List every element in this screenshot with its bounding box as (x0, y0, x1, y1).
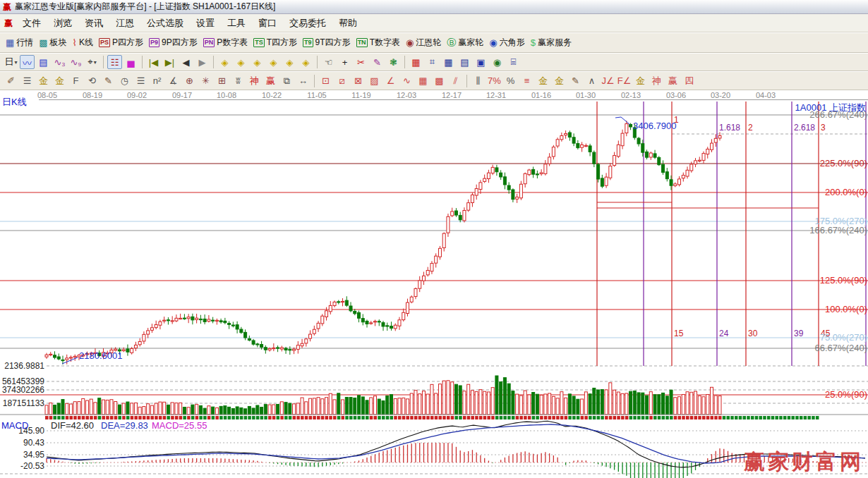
rect-box-tool[interactable]: ⊡ (318, 74, 333, 88)
t-table-button[interactable]: TNT数字表 (356, 37, 400, 49)
t-square-button[interactable]: TST四方形 (253, 37, 297, 49)
color-histogram-button[interactable]: ▅ (123, 55, 138, 69)
grid-123-tool[interactable]: ⧉ (279, 74, 294, 88)
menu-item[interactable]: 窗口 (252, 15, 283, 32)
spiral-tool[interactable]: ⟲ (85, 74, 100, 88)
p-table-button[interactable]: PNP数字表 (203, 37, 248, 49)
data-table-button[interactable]: ▦ (441, 55, 456, 69)
diamond-expand-button[interactable]: ◈ (250, 55, 265, 69)
crosshair-button[interactable]: + (337, 55, 352, 69)
trend-ribbon-tick (658, 416, 661, 419)
drag-hand-button[interactable]: ☜ (321, 55, 336, 69)
p-square-button[interactable]: PSP四方形 (99, 37, 143, 49)
si-angle-tool[interactable]: 四 (682, 74, 697, 88)
circle-cross-tool[interactable]: ⊕ (182, 74, 197, 88)
period-day-button[interactable]: 日 (4, 55, 18, 69)
gold-grid-1-tool[interactable]: 金 (36, 74, 51, 88)
angle-fan-tool[interactable]: ∠ (383, 74, 398, 88)
hexagon-button[interactable]: ◉六角形 (489, 37, 524, 49)
wave-count-9-button[interactable]: ∿₉ (68, 55, 83, 69)
candle (301, 343, 303, 345)
j-angle-tool[interactable]: J∠ (601, 74, 615, 88)
next-page-button[interactable]: ▶ (195, 55, 210, 69)
diamond-left-button[interactable]: ◈ (217, 55, 232, 69)
menu-item[interactable]: 公式选股 (140, 15, 190, 32)
menu-item[interactable]: 帮助 (332, 15, 363, 32)
first-page-button[interactable]: |◀ (146, 55, 161, 69)
gold-angle-tool[interactable]: 金 (633, 74, 648, 88)
box-grid-tool[interactable]: ▨ (367, 74, 382, 88)
info-list-button[interactable]: ▤ (36, 55, 51, 69)
box-fan-tool[interactable]: ⊠ (351, 74, 366, 88)
edit-mark-button[interactable]: ✎ (370, 55, 385, 69)
calendar-button[interactable]: ▦ (409, 55, 423, 69)
wave-count-3-button[interactable]: ∿₃ (52, 55, 67, 69)
save-net-button[interactable]: ◉ (490, 55, 505, 69)
percent-tool[interactable]: % (503, 74, 518, 88)
last-page-button[interactable]: ▶| (162, 55, 177, 69)
wheel-small-tool[interactable]: ✳ (198, 74, 213, 88)
fan-lines-tool[interactable]: ⧄ (334, 74, 349, 88)
h-measure-tool[interactable]: ↔ (296, 74, 311, 88)
smart-tool-button[interactable]: ❃ (386, 55, 401, 69)
pin-tool-button[interactable]: ⌖ (85, 55, 100, 69)
menu-item[interactable]: 设置 (190, 15, 221, 32)
ying-tool-tool[interactable]: 赢 (263, 74, 278, 88)
child-window-icon[interactable]: 赢 (4, 18, 13, 28)
f-angle-tool[interactable]: F∠ (617, 74, 632, 88)
percent-7-tool[interactable]: 7% (487, 74, 502, 88)
9t-square-button[interactable]: T99T四方形 (303, 37, 351, 49)
kline-button[interactable]: ⌇K线 (73, 37, 93, 49)
diamond-compress-button[interactable]: ◈ (266, 55, 281, 69)
n-square-tool[interactable]: n² (150, 74, 164, 88)
menu-item[interactable]: 文件 (16, 15, 47, 32)
percent-lines-tool[interactable]: ≡ (519, 74, 534, 88)
menu-item[interactable]: 江恩 (109, 15, 140, 32)
quote-report-button[interactable]: ▤ (457, 55, 472, 69)
gann-shape-button[interactable]: ☷ (107, 55, 122, 69)
time-circle-tool[interactable]: ◷ (117, 74, 132, 88)
a-wave-tool[interactable]: ∧ (584, 74, 599, 88)
quotes-button[interactable]: ▦行情 (6, 37, 33, 49)
shen-angle-tool[interactable]: 神 (649, 74, 664, 88)
diamond-vertical-button[interactable]: ◈ (282, 55, 297, 69)
menu-item[interactable]: 工具 (221, 15, 252, 32)
candle (479, 183, 482, 190)
ying-angle-tool[interactable]: 赢 (665, 74, 680, 88)
region-zoom-button[interactable]: 〰 (20, 55, 35, 69)
diamond-all-button[interactable]: ◈ (299, 55, 313, 69)
angle-ruler-tool[interactable]: ∡ (166, 74, 181, 88)
save-pc-button[interactable]: ⌸ (506, 55, 521, 69)
calculator-button[interactable]: ⌗ (425, 55, 440, 69)
square-target-tool[interactable]: ⊞ (215, 74, 229, 88)
ruler-bars-tool[interactable]: ⫼ (471, 74, 486, 88)
9p-square-button[interactable]: P99P四方形 (149, 37, 198, 49)
prev-page-button[interactable]: ◀ (179, 55, 193, 69)
save-button[interactable]: ▣ (474, 55, 488, 69)
gann-lines-2-tool[interactable]: ☰ (133, 74, 148, 88)
candle (536, 174, 538, 175)
diamond-right-button[interactable]: ◈ (234, 55, 248, 69)
gold-line-tool[interactable]: 金 (552, 74, 567, 88)
draw-compass-tool[interactable]: ✐ (4, 74, 18, 88)
menu-item[interactable]: 资讯 (78, 15, 109, 32)
winner-service-button[interactable]: $赢家服务 (531, 37, 572, 49)
cut-tool-button[interactable]: ✂ (354, 55, 368, 69)
price-grid-tool[interactable]: ▦ (416, 74, 430, 88)
draw-pen-tool[interactable]: ✎ (101, 74, 116, 88)
gann-lines-tool[interactable]: ☰ (20, 74, 35, 88)
gann-wheel-button[interactable]: ◉江恩轮 (406, 37, 441, 49)
winner-wheel-button[interactable]: Ⓑ赢家轮 (447, 37, 483, 49)
parallel-lines-tool[interactable]: ⫽ (448, 74, 463, 88)
wave-mark-tool[interactable]: ʬ (231, 74, 246, 88)
price-grid-2-tool[interactable]: ▩ (432, 74, 447, 88)
zigzag-tool[interactable]: ∿ (399, 74, 414, 88)
sectors-button[interactable]: ▩板块 (39, 37, 66, 49)
shen-tool-tool[interactable]: 神 (247, 74, 262, 88)
gold-circle-tool[interactable]: 金 (536, 74, 550, 88)
menu-item[interactable]: 交易委托 (283, 15, 332, 32)
fibo-grid-tool[interactable]: F (68, 74, 83, 88)
brush-tool[interactable]: ✎ (568, 74, 583, 88)
gold-grid-2-tool[interactable]: 金 (52, 74, 67, 88)
menu-item[interactable]: 浏览 (47, 15, 78, 32)
